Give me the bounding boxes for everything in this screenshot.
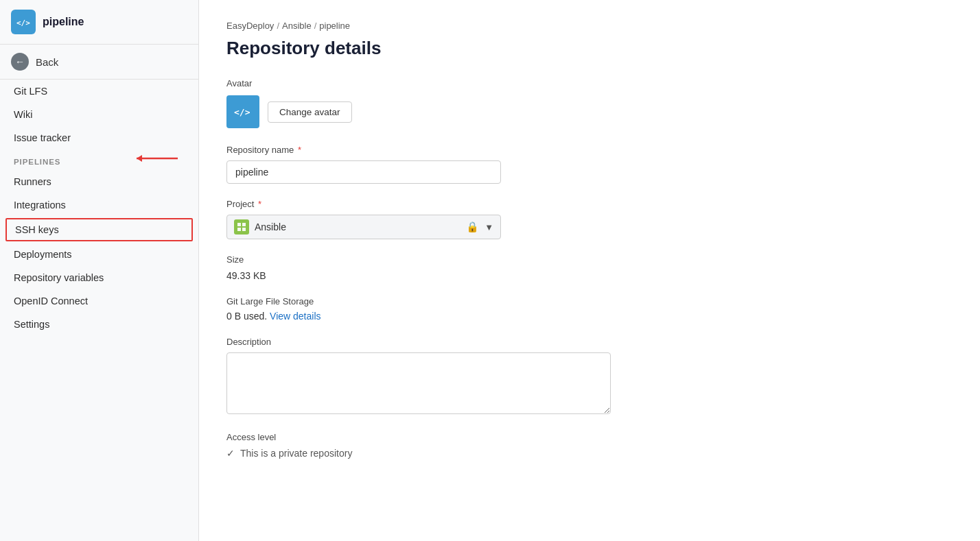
sidebar-item-label: Settings bbox=[14, 319, 49, 330]
access-level-label: Access level bbox=[226, 432, 953, 442]
breadcrumb: EasyDeploy / Ansible / pipeline bbox=[226, 21, 953, 31]
description-label: Description bbox=[226, 337, 953, 347]
sidebar-item-label: OpenID Connect bbox=[14, 296, 88, 306]
avatar-row: </> Change avatar bbox=[226, 95, 953, 128]
back-button[interactable]: ← Back bbox=[0, 45, 198, 80]
view-details-link[interactable]: View details bbox=[270, 311, 320, 322]
git-lfs-section: Git Large File Storage 0 B used. View de… bbox=[226, 296, 953, 322]
description-textarea[interactable] bbox=[226, 352, 611, 414]
lock-icon: 🔒 bbox=[466, 221, 479, 233]
avatar: </> bbox=[226, 95, 259, 128]
project-select[interactable]: Ansible 🔒 ▼ bbox=[226, 215, 501, 239]
description-group: Description bbox=[226, 337, 953, 417]
project-name: Ansible bbox=[255, 221, 460, 232]
breadcrumb-sep-2: / bbox=[314, 21, 317, 31]
required-star-project: * bbox=[255, 199, 261, 209]
app-title: pipeline bbox=[43, 16, 84, 28]
project-group: Project * Ansible 🔒 ▼ bbox=[226, 199, 953, 239]
page-title: Repository details bbox=[226, 38, 953, 59]
sidebar-item-label: Deployments bbox=[14, 249, 72, 260]
project-icon bbox=[234, 219, 249, 235]
svg-rect-4 bbox=[237, 223, 241, 226]
sidebar-item-wiki[interactable]: Wiki bbox=[0, 103, 198, 126]
annotation-arrow bbox=[130, 150, 185, 169]
sidebar-nav: Git LFS Wiki Issue tracker PIPELINES Run… bbox=[0, 80, 198, 541]
sidebar-item-label: Issue tracker bbox=[14, 132, 71, 143]
breadcrumb-ansible[interactable]: Ansible bbox=[282, 21, 312, 31]
git-lfs-label: Git Large File Storage bbox=[226, 296, 953, 306]
back-label: Back bbox=[36, 56, 58, 68]
sidebar-item-label: Git LFS bbox=[14, 86, 47, 97]
svg-marker-2 bbox=[137, 155, 142, 162]
section-label-pipelines: PIPELINES bbox=[0, 149, 74, 170]
check-icon: ✓ bbox=[226, 448, 235, 459]
breadcrumb-sep-1: / bbox=[277, 21, 279, 31]
svg-text:</>: </> bbox=[234, 107, 250, 117]
sidebar-item-issue-tracker[interactable]: Issue tracker bbox=[0, 126, 198, 149]
sidebar-item-git-lfs[interactable]: Git LFS bbox=[0, 80, 198, 103]
pipelines-section-header: PIPELINES bbox=[0, 149, 198, 170]
repo-name-group: Repository name * bbox=[226, 145, 953, 184]
access-level-section: Access level ✓ This is a private reposit… bbox=[226, 432, 953, 459]
svg-rect-7 bbox=[242, 228, 246, 231]
sidebar: </> pipeline ← Back Git LFS Wiki Issue t… bbox=[0, 0, 199, 541]
size-group: Size 49.33 KB bbox=[226, 254, 953, 281]
access-row: ✓ This is a private repository bbox=[226, 448, 953, 459]
breadcrumb-pipeline: pipeline bbox=[319, 21, 350, 31]
main-content: EasyDeploy / Ansible / pipeline Reposito… bbox=[199, 0, 980, 541]
sidebar-item-label: SSH keys bbox=[15, 224, 59, 235]
avatar-label: Avatar bbox=[226, 78, 953, 88]
avatar-section: Avatar </> Change avatar bbox=[226, 78, 953, 128]
change-avatar-button[interactable]: Change avatar bbox=[268, 101, 352, 123]
repo-name-input[interactable] bbox=[226, 160, 501, 184]
sidebar-header: </> pipeline bbox=[0, 0, 198, 45]
chevron-down-icon: ▼ bbox=[485, 222, 493, 232]
sidebar-item-label: Runners bbox=[14, 176, 51, 187]
size-label: Size bbox=[226, 254, 953, 265]
app-logo: </> bbox=[11, 10, 36, 34]
sidebar-item-deployments[interactable]: Deployments bbox=[0, 243, 198, 266]
access-text: This is a private repository bbox=[240, 448, 352, 459]
git-lfs-value: 0 B used. View details bbox=[226, 311, 953, 322]
repo-name-label: Repository name * bbox=[226, 145, 953, 155]
sidebar-item-label: Repository variables bbox=[14, 272, 104, 283]
sidebar-item-ssh-keys[interactable]: SSH keys bbox=[5, 218, 193, 241]
back-icon: ← bbox=[11, 53, 29, 71]
sidebar-item-integrations[interactable]: Integrations bbox=[0, 193, 198, 217]
svg-text:</>: </> bbox=[16, 19, 30, 27]
sidebar-item-repository-variables[interactable]: Repository variables bbox=[0, 266, 198, 289]
project-label: Project * bbox=[226, 199, 953, 209]
sidebar-item-settings[interactable]: Settings bbox=[0, 313, 198, 336]
svg-rect-6 bbox=[237, 228, 241, 231]
svg-rect-5 bbox=[242, 223, 246, 226]
sidebar-item-openid-connect[interactable]: OpenID Connect bbox=[0, 289, 198, 313]
breadcrumb-easydeploy[interactable]: EasyDeploy bbox=[226, 21, 274, 31]
sidebar-item-runners[interactable]: Runners bbox=[0, 170, 198, 193]
size-value: 49.33 KB bbox=[226, 270, 953, 281]
sidebar-item-label: Integrations bbox=[14, 200, 66, 211]
sidebar-item-label: Wiki bbox=[14, 109, 32, 120]
required-star: * bbox=[295, 145, 301, 155]
